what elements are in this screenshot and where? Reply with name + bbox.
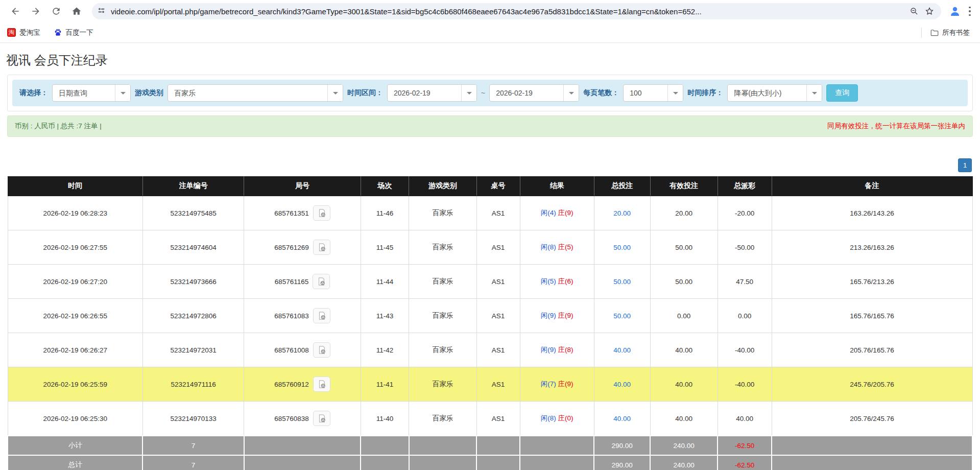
cell-total-bet: 50.00 xyxy=(594,230,650,265)
date-to-select[interactable]: 2026-02-19 xyxy=(489,84,579,102)
video-playback-button[interactable] xyxy=(313,205,330,221)
subtotal-total-bet: 290.00 xyxy=(594,436,650,455)
cell-bet-no: 523214974604 xyxy=(142,230,244,265)
cell-table-no: AS1 xyxy=(476,196,520,230)
all-bookmarks-button[interactable]: 所有书签 xyxy=(930,28,970,37)
total-bet-link[interactable]: 50.00 xyxy=(613,278,631,286)
cell-valid-bet: 0.00 xyxy=(650,299,718,333)
profile-avatar[interactable] xyxy=(948,5,962,18)
cell-game-type: 百家乐 xyxy=(409,402,476,436)
result-player: 闲(9) xyxy=(541,346,556,354)
cell-bet-no: 523214973666 xyxy=(142,265,244,299)
bookmark-star-icon[interactable] xyxy=(923,5,936,18)
browser-menu-icon[interactable] xyxy=(965,4,975,18)
cell-table-no: AS1 xyxy=(476,265,520,299)
back-button[interactable] xyxy=(7,3,24,20)
date-from-select[interactable]: 2026-02-19 xyxy=(387,84,477,102)
total-bet-link[interactable]: 50.00 xyxy=(613,244,631,251)
cell-session: 11-42 xyxy=(361,333,409,367)
page-size-select[interactable]: 100 xyxy=(623,84,683,102)
col-game-type: 游戏类别 xyxy=(409,176,476,196)
col-result: 结果 xyxy=(520,176,594,196)
forward-button[interactable] xyxy=(27,3,44,20)
table-row: 2026-02-19 06:26:27 523214972031 6857610… xyxy=(8,333,972,367)
cell-session: 11-44 xyxy=(361,265,409,299)
cell-session: 11-46 xyxy=(361,196,409,230)
total-count: 7 xyxy=(142,455,244,470)
sort-order-select[interactable]: 降幂(由大到小) xyxy=(727,84,822,102)
cell-bet-no: 523214972806 xyxy=(142,299,244,333)
page-number-button[interactable]: 1 xyxy=(958,158,972,172)
query-type-select[interactable]: 日期查询 xyxy=(52,84,131,102)
cell-round-no: 685761008 xyxy=(244,333,361,367)
result-player: 闲(8) xyxy=(541,243,556,251)
game-type-select[interactable]: 百家乐 xyxy=(168,84,343,102)
total-label: 总计 xyxy=(8,455,142,470)
total-bet-link[interactable]: 40.00 xyxy=(613,381,631,388)
reload-button[interactable] xyxy=(47,3,65,20)
cell-time: 2026-02-19 06:27:55 xyxy=(8,230,142,265)
total-bet-link[interactable]: 50.00 xyxy=(613,312,631,320)
url-text[interactable]: videoie.com/ipl/portal.php/game/betrecor… xyxy=(111,7,905,16)
cell-round-no: 685761083 xyxy=(244,299,361,333)
page-title: 视讯 会员下注纪录 xyxy=(6,52,980,68)
cell-game-type: 百家乐 xyxy=(409,299,476,333)
zoom-icon[interactable] xyxy=(907,5,921,18)
col-table-no: 桌号 xyxy=(476,176,520,196)
subtotal-label: 小计 xyxy=(8,436,142,455)
video-playback-button[interactable] xyxy=(313,308,330,323)
col-round-no: 局号 xyxy=(244,176,361,196)
bookmark-baidu[interactable]: 百度一下 xyxy=(54,28,93,37)
reload-icon xyxy=(51,6,61,16)
cell-valid-bet: 50.00 xyxy=(650,265,718,299)
cell-session: 11-43 xyxy=(361,299,409,333)
table-body: 2026-02-19 06:28:23 523214975485 6857613… xyxy=(8,196,972,436)
cell-valid-bet: 40.00 xyxy=(650,402,718,436)
cell-session: 11-45 xyxy=(361,230,409,265)
table-row: 2026-02-19 06:27:20 523214973666 6857611… xyxy=(8,265,972,299)
subtotal-count: 7 xyxy=(142,436,244,455)
cell-remark: 213.26/163.26 xyxy=(772,230,972,265)
video-playback-button[interactable] xyxy=(313,411,330,426)
cell-valid-bet: 20.00 xyxy=(650,196,718,230)
filter-bar: 请选择： 日期查询 游戏类别 百家乐 时间区间： 2026-02-19 ~ 20… xyxy=(12,80,968,106)
video-playback-button[interactable] xyxy=(313,342,330,358)
result-player: 闲(4) xyxy=(541,209,556,217)
page-size-label: 每页笔数： xyxy=(583,88,619,98)
cell-total-bet: 50.00 xyxy=(594,265,650,299)
total-bet-link[interactable]: 40.00 xyxy=(613,346,631,354)
cell-remark: 165.76/165.76 xyxy=(772,299,972,333)
chevron-down-icon xyxy=(667,85,683,101)
home-button[interactable] xyxy=(68,3,85,20)
site-info-icon[interactable] xyxy=(97,6,106,17)
search-button[interactable]: 查询 xyxy=(826,84,858,102)
table-header: 时间 注单编号 局号 场次 游戏类别 桌号 结果 总投注 有效投注 总派彩 备注 xyxy=(8,176,972,196)
result-banker: 庄(0) xyxy=(558,414,573,422)
cell-payout: 40.00 xyxy=(718,402,772,436)
video-playback-button[interactable] xyxy=(313,240,330,255)
col-valid-bet: 有效投注 xyxy=(650,176,718,196)
chevron-down-icon xyxy=(115,85,130,101)
table-footer: 小计 7 290.00 240.00 -62.50 总计 7 290.00 24… xyxy=(8,436,972,470)
result-player: 闲(7) xyxy=(541,380,556,388)
video-file-icon xyxy=(317,414,326,423)
cell-remark: 245.76/205.76 xyxy=(772,367,972,402)
note-text: 同局有效投注，统一计算在该局第一张注单内 xyxy=(827,122,965,131)
cell-time: 2026-02-19 06:25:30 xyxy=(8,402,142,436)
video-playback-button[interactable] xyxy=(313,274,330,289)
cell-table-no: AS1 xyxy=(476,367,520,402)
total-bet-link[interactable]: 40.00 xyxy=(613,415,631,422)
cell-valid-bet: 40.00 xyxy=(650,333,718,367)
cell-remark: 163.26/143.26 xyxy=(772,196,972,230)
currency-summary-text: 币别 : 人民币 | 总共 :7 注单 | xyxy=(15,122,102,131)
col-remark: 备注 xyxy=(772,176,972,196)
bookmark-taobao[interactable]: 淘 爱淘宝 xyxy=(7,28,40,37)
total-bet-link[interactable]: 20.00 xyxy=(613,209,631,217)
all-bookmarks-label: 所有书签 xyxy=(942,28,970,37)
cell-result: 闲(9) 庄(9) xyxy=(520,299,594,333)
bookmark-label: 爱淘宝 xyxy=(19,28,40,37)
video-playback-button[interactable] xyxy=(313,377,330,392)
video-file-icon xyxy=(317,380,326,389)
url-bar[interactable]: videoie.com/ipl/portal.php/game/betrecor… xyxy=(92,3,941,19)
cell-valid-bet: 40.00 xyxy=(650,367,718,402)
